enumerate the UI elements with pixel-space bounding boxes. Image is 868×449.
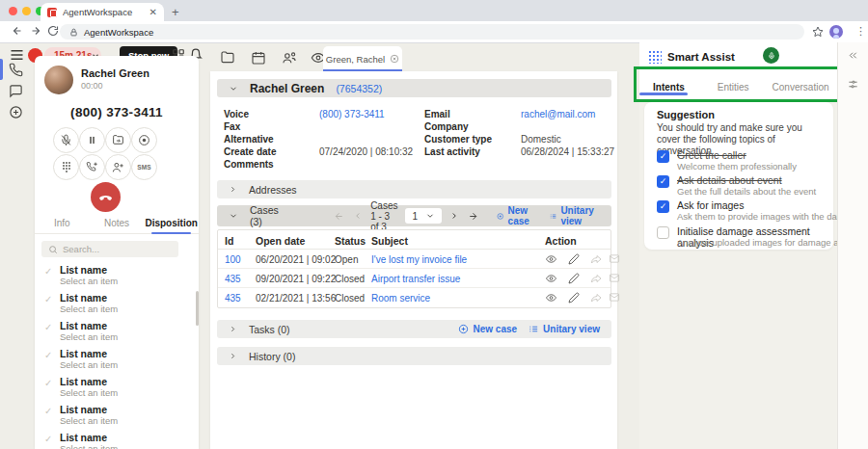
tab-entities[interactable]: Entities <box>718 82 749 92</box>
list-item-subtitle: Select an item <box>60 443 118 449</box>
collapse-chevron-icon[interactable] <box>229 84 238 93</box>
cases-section-bar[interactable]: Cases (3) Cases 1 - 3 of 3 1 New case Un… <box>217 205 611 226</box>
browser-menu-icon[interactable]: ⋮ <box>855 25 866 38</box>
field-value-link[interactable]: (800) 373-3411 <box>319 109 385 119</box>
forward-case-icon[interactable] <box>590 253 602 265</box>
tasks-section-bar[interactable]: Tasks (0) New case Unitary view <box>217 320 611 338</box>
mute-button[interactable] <box>53 127 79 153</box>
expand-chevron-icon[interactable] <box>229 352 237 360</box>
history-section-bar[interactable]: History (0) <box>217 347 611 365</box>
case-id-link[interactable]: 435 <box>225 293 241 304</box>
add-person-button[interactable] <box>105 154 131 180</box>
page-select[interactable]: 1 <box>405 208 442 224</box>
calendar-toolbar-icon[interactable] <box>251 50 266 66</box>
tab-close-icon[interactable]: ✕ <box>149 7 157 17</box>
browser-tab[interactable]: AgentWorkspace ✕ <box>41 3 164 21</box>
list-item[interactable]: ✓List nameSelect an item <box>35 264 199 289</box>
collapse-chevron-icon[interactable] <box>229 211 238 221</box>
view-case-icon[interactable] <box>545 253 557 265</box>
folder-toolbar-icon[interactable] <box>220 50 235 66</box>
contact-tab-close-icon[interactable] <box>390 54 399 64</box>
case-id-link[interactable]: 435 <box>225 274 241 284</box>
tab-notes[interactable]: Notes <box>90 212 145 233</box>
page-number: 1 <box>412 211 418 222</box>
checkbox-unchecked[interactable] <box>657 226 669 239</box>
edit-case-icon[interactable] <box>568 273 580 284</box>
case-row[interactable]: 435 02/21/2021 | 13:56 Closed Room servi… <box>218 288 610 307</box>
case-status: Open <box>335 254 358 265</box>
list-item[interactable]: ✓List nameSelect an item <box>35 404 199 429</box>
hamburger-menu-icon[interactable] <box>10 49 24 61</box>
checkbox-checked[interactable]: ✓ <box>657 175 669 188</box>
contacts-toolbar-icon[interactable] <box>282 50 298 66</box>
phone-channel-icon[interactable] <box>9 63 23 77</box>
edit-case-icon[interactable] <box>568 292 580 304</box>
contact-tab[interactable]: Green, Rachel <box>323 46 402 71</box>
forward-icon[interactable] <box>30 25 41 37</box>
back-icon[interactable] <box>12 25 23 37</box>
view-case-icon[interactable] <box>545 292 557 304</box>
list-item[interactable]: ✓List nameSelect an item <box>35 376 199 401</box>
move-to-folder-button[interactable] <box>105 127 131 153</box>
contact-id-link[interactable]: (7654352) <box>336 83 382 94</box>
first-page-arrow-icon[interactable] <box>333 211 345 222</box>
list-item[interactable]: ✓List nameSelect an item <box>35 348 199 373</box>
chat-channel-icon[interactable] <box>9 84 23 98</box>
list-item[interactable]: ✓List nameSelect an item <box>35 320 199 345</box>
add-interaction-icon[interactable] <box>9 105 23 119</box>
reload-icon[interactable] <box>47 25 59 37</box>
addresses-section-bar[interactable]: Addresses <box>217 180 611 198</box>
checkbox-checked[interactable]: ✓ <box>657 150 669 163</box>
email-case-icon[interactable] <box>609 273 620 283</box>
forward-case-icon[interactable] <box>590 273 602 284</box>
tab-info[interactable]: Info <box>35 212 90 233</box>
hold-button[interactable] <box>79 127 105 153</box>
tab-disposition[interactable]: Disposition <box>144 212 199 233</box>
record-button[interactable] <box>131 127 157 153</box>
collapse-panel-icon[interactable] <box>848 50 858 61</box>
voice-listening-button[interactable] <box>763 47 779 64</box>
expand-chevron-icon[interactable] <box>229 325 237 333</box>
left-panel-scrollbar[interactable] <box>196 291 199 326</box>
email-case-icon[interactable] <box>609 292 620 303</box>
disposition-search-input[interactable]: Search... <box>41 241 178 257</box>
new-case-button[interactable]: New case <box>497 205 538 226</box>
tab-conversation[interactable]: Conversation <box>773 82 829 92</box>
new-case-button[interactable]: New case <box>458 324 517 334</box>
expand-chevron-icon[interactable] <box>229 185 237 194</box>
forward-case-icon[interactable] <box>590 292 602 304</box>
prev-page-chevron-icon[interactable] <box>353 211 363 221</box>
bookmark-star-icon[interactable] <box>812 26 824 38</box>
view-case-icon[interactable] <box>545 273 557 284</box>
list-item[interactable]: ✓List nameSelect an item <box>35 292 199 317</box>
traffic-close[interactable] <box>9 7 17 15</box>
dialpad-button[interactable] <box>53 154 79 180</box>
browser-profile-avatar[interactable] <box>829 25 843 39</box>
checkbox-checked[interactable]: ✓ <box>657 200 669 213</box>
edit-case-icon[interactable] <box>568 253 580 265</box>
end-call-button[interactable] <box>91 182 121 212</box>
case-id-link[interactable]: 100 <box>225 254 241 265</box>
email-case-icon[interactable] <box>609 253 620 264</box>
list-item[interactable]: ✓List nameSelect an item <box>35 432 199 449</box>
case-subject-link[interactable]: Room service <box>371 293 430 304</box>
tab-intents[interactable]: Intents <box>653 82 685 92</box>
case-subject-link[interactable]: Airport transfer issue <box>371 274 460 284</box>
list-item-title: List name <box>60 404 107 415</box>
case-subject-link[interactable]: I've lost my invoice file <box>371 254 467 265</box>
unitary-view-button[interactable]: Unitary view <box>550 205 600 226</box>
add-call-button[interactable] <box>79 154 105 180</box>
unitary-view-button[interactable]: Unitary view <box>529 324 600 334</box>
url-field[interactable]: AgentWorkspace <box>60 24 804 40</box>
tune-settings-icon[interactable] <box>848 79 858 90</box>
field-value-link[interactable]: rachel@mail.com <box>521 109 595 119</box>
last-page-arrow-icon[interactable] <box>467 211 479 222</box>
case-row[interactable]: 100 06/20/2021 | 09:02 Open I've lost my… <box>218 250 610 269</box>
case-row[interactable]: 435 09/20/2021 | 09:22 Closed Airport tr… <box>218 269 610 288</box>
new-tab-button[interactable]: + <box>172 5 179 19</box>
next-page-chevron-icon[interactable] <box>449 211 459 221</box>
contact-header-bar[interactable]: Rachel Green (7654352) <box>217 79 611 97</box>
traffic-minimize[interactable] <box>22 7 31 15</box>
caller-name: Rachel Green <box>81 67 149 79</box>
sms-button[interactable]: SMS <box>131 154 157 180</box>
